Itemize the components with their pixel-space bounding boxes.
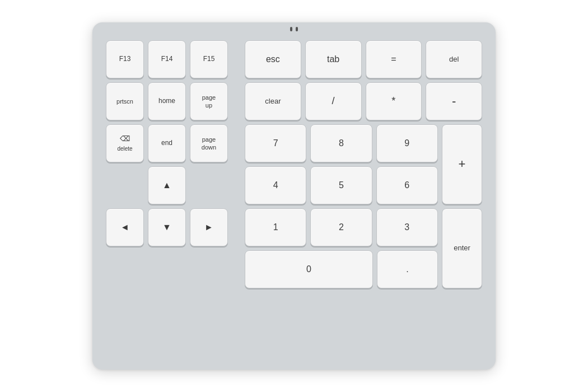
key-tab[interactable]: tab	[305, 40, 362, 78]
key-multiply[interactable]: *	[366, 82, 422, 120]
key-arrow-left[interactable]: ◄	[106, 208, 144, 246]
left-row-2: prtscn home pageup	[106, 82, 235, 120]
key-arrow-up[interactable]: ▲	[148, 166, 186, 204]
key-equals[interactable]: =	[366, 40, 422, 78]
key-esc[interactable]: esc	[245, 40, 301, 78]
key-period[interactable]: .	[377, 250, 438, 288]
key-home[interactable]: home	[148, 82, 186, 120]
key-2[interactable]: 2	[310, 208, 372, 246]
connector-dot-2	[296, 27, 298, 31]
side-column: + enter	[442, 124, 482, 357]
numpad-row-2: 4 5 6	[245, 166, 438, 204]
right-section: esc tab = del clear / * - 7 8	[245, 40, 482, 357]
key-plus[interactable]: +	[442, 124, 482, 204]
key-6[interactable]: 6	[376, 166, 438, 204]
key-7[interactable]: 7	[245, 124, 306, 162]
key-f13[interactable]: F13	[106, 40, 144, 78]
spacer-1	[106, 166, 144, 204]
numpad-plus-enter: 7 8 9 4 5 6 1 2 3	[245, 124, 482, 357]
right-row-1: esc tab = del	[245, 40, 482, 78]
connector-dot-1	[290, 27, 292, 31]
spacer-2	[190, 166, 228, 204]
key-del[interactable]: del	[426, 40, 482, 78]
key-f14[interactable]: F14	[148, 40, 186, 78]
key-delete[interactable]: ⌫ delete	[106, 124, 144, 162]
numpad-row-1: 7 8 9	[245, 124, 438, 162]
keyboard-body: F13 F14 F15 prtscn home pageup ⌫ delete …	[92, 22, 496, 370]
numpad-row-3: 1 2 3	[245, 208, 438, 246]
right-row-2: clear / * -	[245, 82, 482, 120]
left-row-1: F13 F14 F15	[106, 40, 235, 78]
key-enter[interactable]: enter	[442, 208, 482, 288]
key-1[interactable]: 1	[245, 208, 306, 246]
left-row-4: ▲	[106, 166, 235, 204]
key-9[interactable]: 9	[376, 124, 438, 162]
delete-label: delete	[117, 145, 132, 152]
key-pagedown[interactable]: pagedown	[190, 124, 228, 162]
numpad-row-4: 0 .	[245, 250, 438, 288]
key-arrow-down[interactable]: ▼	[148, 208, 186, 246]
key-3[interactable]: 3	[376, 208, 438, 246]
left-section: F13 F14 F15 prtscn home pageup ⌫ delete …	[106, 40, 235, 357]
top-dots	[290, 27, 298, 31]
key-0[interactable]: 0	[245, 250, 373, 288]
key-divide[interactable]: /	[305, 82, 362, 120]
key-pageup[interactable]: pageup	[190, 82, 228, 120]
key-minus[interactable]: -	[426, 82, 482, 120]
keyboard-inner: F13 F14 F15 prtscn home pageup ⌫ delete …	[106, 35, 482, 357]
key-arrow-right[interactable]: ►	[190, 208, 228, 246]
key-end[interactable]: end	[148, 124, 186, 162]
key-5[interactable]: 5	[310, 166, 372, 204]
left-row-5: ◄ ▼ ►	[106, 208, 235, 246]
key-4[interactable]: 4	[245, 166, 306, 204]
left-row-3: ⌫ delete end pagedown	[106, 124, 235, 162]
key-f15[interactable]: F15	[190, 40, 228, 78]
delete-icon: ⌫	[120, 134, 130, 144]
numpad-area: 7 8 9 4 5 6 1 2 3	[245, 124, 438, 357]
key-clear[interactable]: clear	[245, 82, 301, 120]
key-8[interactable]: 8	[310, 124, 372, 162]
key-prtscn[interactable]: prtscn	[106, 82, 144, 120]
